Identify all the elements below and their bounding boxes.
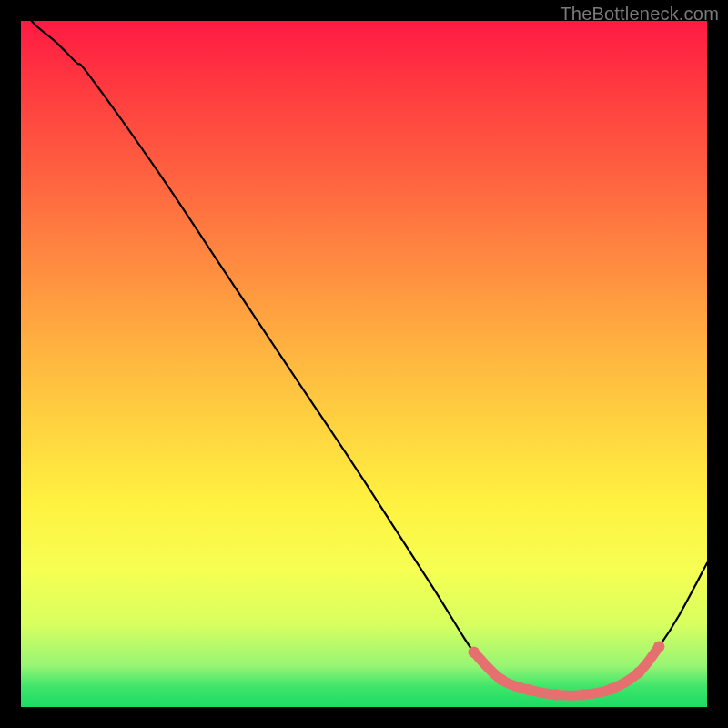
highlight-marker bbox=[496, 674, 507, 685]
highlight-marker bbox=[551, 689, 561, 700]
highlight-marker bbox=[468, 646, 479, 657]
highlight-marker bbox=[653, 641, 664, 652]
main-curve-line bbox=[21, 7, 707, 695]
chart-frame: TheBottleneck.com bbox=[0, 0, 728, 728]
highlight-marker bbox=[523, 684, 534, 695]
highlight-segment bbox=[474, 647, 660, 696]
highlight-marker bbox=[578, 689, 589, 700]
highlight-marker bbox=[632, 667, 643, 678]
highlight-marker bbox=[605, 683, 616, 694]
curve-svg bbox=[21, 21, 707, 707]
plot-area bbox=[21, 21, 707, 707]
